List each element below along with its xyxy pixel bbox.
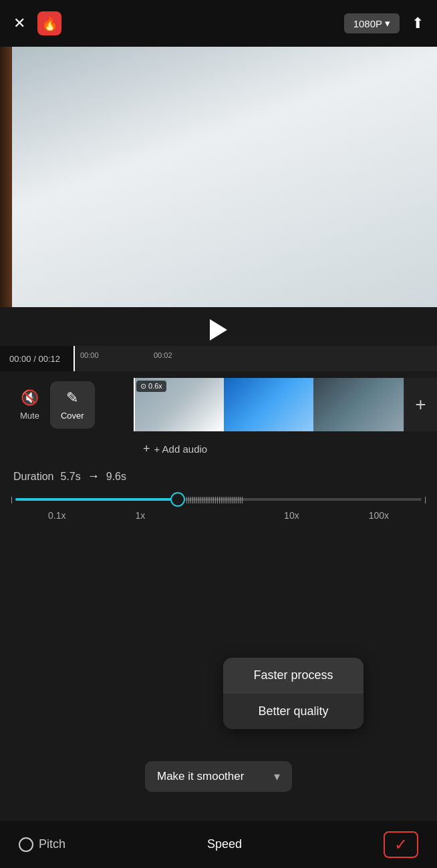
duration-row: Duration 5.7s → 9.6s <box>0 463 437 490</box>
timeline-cursor <box>74 346 75 371</box>
quality-selector[interactable]: 1080P ▾ <box>344 13 400 33</box>
smoother-label: Make it smoother <box>157 770 244 783</box>
add-clip-button[interactable]: + <box>404 378 437 431</box>
thumbnail-images <box>134 378 404 431</box>
pitch-nav-item[interactable]: Pitch <box>19 837 65 852</box>
smoother-selector[interactable]: Make it smoother ▾ <box>145 761 292 792</box>
pitch-circle-icon <box>19 837 33 852</box>
speed-label-01x: 0.1x <box>48 510 65 521</box>
cover-icon: ✎ <box>66 389 78 407</box>
speed-nav-title: Speed <box>207 837 242 851</box>
slider-fill <box>15 498 178 501</box>
mute-button[interactable]: 🔇 Mute <box>9 381 50 429</box>
time-marker-1: 00:02 <box>154 351 172 359</box>
app-logo: 🔥 <box>37 11 61 35</box>
timeline-track[interactable]: 00:00 00:02 <box>74 346 437 371</box>
timeline-border <box>134 378 135 431</box>
process-dropdown-menu: Faster process Better quality <box>223 658 363 729</box>
thumbnail-2 <box>224 378 314 431</box>
time-marker-0: 00:00 <box>80 351 99 359</box>
confirm-button[interactable]: ✓ <box>384 831 418 858</box>
playback-time: 00:00 / 00:12 <box>0 354 74 364</box>
add-audio-plus-icon: + <box>143 442 150 456</box>
speed-slider-track[interactable]: |||||||||||||||||||||||||||||| <box>15 498 422 501</box>
smoother-chevron-icon: ▾ <box>274 769 280 784</box>
timeline-row: 00:00 / 00:12 00:00 00:02 <box>0 346 437 371</box>
add-audio-label: + Add audio <box>154 443 208 455</box>
duration-arrow-icon: → <box>88 469 100 483</box>
play-button[interactable] <box>210 319 227 341</box>
header-right: 1080P ▾ ⬆ <box>344 13 424 33</box>
header-left: ✕ 🔥 <box>13 11 61 35</box>
speed-label-10x: 10x <box>284 510 299 521</box>
video-left-strip <box>0 47 12 307</box>
speed-slider-row: | |||||||||||||||||||||||||||||| | <box>0 490 437 507</box>
duration-from: 5.7s <box>60 471 80 483</box>
upload-button[interactable]: ⬆ <box>412 15 424 32</box>
faster-process-option[interactable]: Faster process <box>223 658 363 694</box>
video-preview <box>0 47 437 307</box>
confirm-check-icon: ✓ <box>394 835 408 854</box>
tool-buttons: 🔇 Mute ✎ Cover <box>0 378 134 431</box>
duration-label: Duration <box>13 471 53 483</box>
add-audio-row[interactable]: + + Add audio <box>134 438 437 463</box>
duration-to: 9.6s <box>106 471 126 483</box>
tick-right: | <box>424 495 426 503</box>
speed-label-1x: 1x <box>135 510 145 521</box>
tick-left: | <box>11 495 13 503</box>
bottom-navigation: Pitch Speed ✓ <box>0 820 437 868</box>
thumbnail-3 <box>313 378 404 431</box>
close-button[interactable]: ✕ <box>13 15 25 32</box>
slider-thumb[interactable] <box>170 492 185 507</box>
speed-badge: ⊙ 0.6x <box>136 381 166 392</box>
pitch-label: Pitch <box>39 837 65 851</box>
speed-labels-row: 0.1x 1x 10x 100x <box>0 507 437 529</box>
speed-label-100x: 100x <box>369 510 389 521</box>
cover-button[interactable]: ✎ Cover <box>50 381 95 429</box>
app-header: ✕ 🔥 1080P ▾ ⬆ <box>0 0 437 47</box>
play-row <box>0 307 437 346</box>
better-quality-option[interactable]: Better quality <box>223 694 363 729</box>
mute-icon: 🔇 <box>21 389 39 407</box>
edit-strip: 🔇 Mute ✎ Cover ⊙ 0.6x + <box>0 371 437 438</box>
thumbnail-strip: ⊙ 0.6x + <box>134 378 437 431</box>
